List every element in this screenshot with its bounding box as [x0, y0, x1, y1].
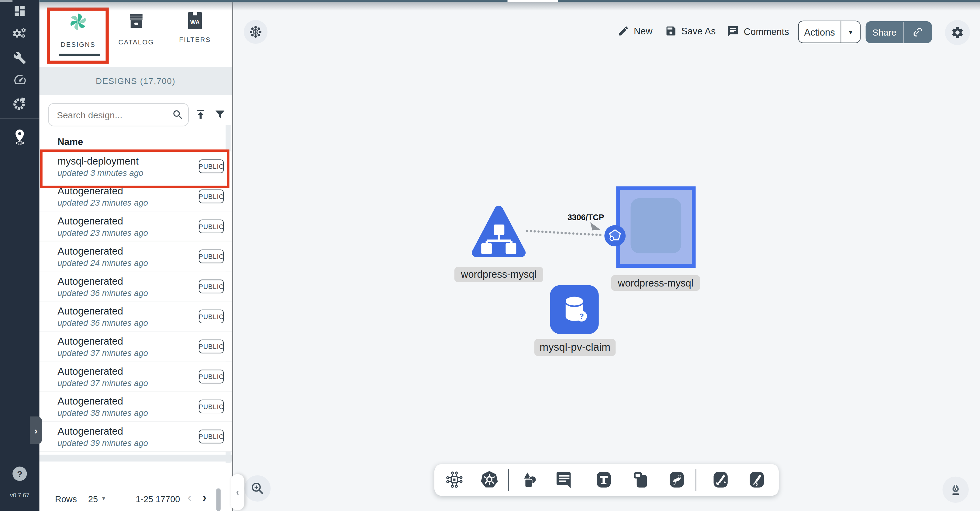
toolbar-divider: [695, 469, 697, 491]
design-updated: updated 37 minutes ago: [57, 348, 148, 358]
design-list-item[interactable]: Autogenerated updated 23 minutes ago PUB…: [40, 211, 232, 241]
design-list-item[interactable]: Autogenerated updated 37 minutes ago PUB…: [40, 361, 232, 391]
save-as-label: Save As: [681, 26, 716, 36]
wasm-filter-icon: WA: [187, 11, 203, 30]
designs-list: mysql-deployment updated 3 minutes ago P…: [40, 152, 232, 452]
design-updated: updated 23 minutes ago: [57, 228, 148, 238]
edge-arrowhead-icon: [588, 222, 602, 233]
draw-arrow-tool[interactable]: [711, 469, 731, 490]
visibility-badge: PUBLIC: [199, 339, 224, 353]
relationship-tool[interactable]: [667, 469, 687, 490]
settings-button[interactable]: [945, 20, 970, 45]
visibility-badge: PUBLIC: [199, 220, 224, 233]
actions-label: Actions: [799, 26, 840, 37]
kanvas-pin-icon[interactable]: [12, 129, 27, 144]
tab-filters-label: FILTERS: [179, 35, 211, 43]
previous-page-button[interactable]: ‹: [188, 491, 191, 505]
chevron-right-icon: ›: [34, 425, 37, 436]
design-name: Autogenerated: [57, 306, 123, 317]
node-label-deployment: wordpress-mysql: [611, 275, 700, 291]
sidebar-expand-tab[interactable]: ›: [30, 417, 42, 444]
caret-down-icon[interactable]: ▾: [102, 494, 105, 502]
actions-split-button[interactable]: Actions ▼: [798, 21, 861, 43]
text-tool[interactable]: [593, 469, 614, 490]
design-list-item[interactable]: Autogenerated updated 37 minutes ago PUB…: [40, 332, 232, 362]
components-dock-toggle-button[interactable]: [244, 20, 267, 44]
zoom-in-icon: [250, 481, 265, 496]
sidebar-divider: [0, 118, 40, 119]
meshery-logo-icon: [67, 11, 89, 35]
pencil-icon: [617, 25, 629, 37]
tab-filters[interactable]: WA FILTERS: [168, 11, 222, 43]
zoom-in-button[interactable]: [244, 476, 270, 501]
pen-nib-icon: [948, 482, 963, 497]
search-design-input[interactable]: [48, 103, 189, 126]
new-button[interactable]: New: [617, 25, 652, 37]
design-name: mysql-deployment: [57, 156, 138, 167]
database-icon: ?: [557, 292, 591, 326]
list-footer-gap: [40, 455, 232, 462]
design-canvas[interactable]: [233, 0, 980, 511]
import-design-icon[interactable]: [194, 108, 207, 123]
column-header-name: Name: [57, 136, 83, 147]
performance-speedometer-icon[interactable]: [12, 71, 27, 87]
design-updated: updated 3 minutes ago: [57, 168, 143, 178]
lifecycle-gears-icon[interactable]: [12, 26, 27, 42]
design-list-item[interactable]: Autogenerated updated 24 minutes ago PUB…: [40, 241, 232, 271]
visibility-badge: PUBLIC: [199, 400, 224, 414]
filter-funnel-icon[interactable]: [214, 108, 226, 123]
design-list-item[interactable]: Autogenerated updated 36 minutes ago PUB…: [40, 271, 232, 302]
search-row: [40, 95, 232, 134]
configuration-tools-icon[interactable]: [12, 50, 27, 65]
design-list-item[interactable]: Autogenerated updated 38 minutes ago PUB…: [40, 391, 232, 422]
comments-button[interactable]: Comments: [727, 25, 789, 37]
tab-catalog[interactable]: CATALOG: [110, 11, 163, 46]
rows-per-page-select[interactable]: 25: [88, 494, 98, 504]
share-split-button[interactable]: Share: [866, 21, 932, 43]
tab-designs[interactable]: DESIGNS: [51, 11, 105, 48]
design-list-item[interactable]: Autogenerated updated 39 minutes ago PUB…: [40, 422, 232, 452]
share-label: Share: [866, 27, 903, 37]
design-name: Autogenerated: [57, 276, 123, 287]
visibility-badge: PUBLIC: [199, 160, 224, 173]
comment-tool[interactable]: [554, 469, 574, 490]
freehand-draw-tool[interactable]: [747, 469, 767, 490]
design-list-item[interactable]: Autogenerated updated 36 minutes ago PUB…: [40, 302, 232, 332]
visibility-badge: PUBLIC: [199, 430, 224, 444]
canvas-bottom-toolbar: [434, 464, 779, 496]
save-as-button[interactable]: Save As: [665, 25, 716, 37]
notes-tool[interactable]: [631, 469, 651, 490]
design-name: Autogenerated: [57, 396, 123, 407]
copy-link-icon[interactable]: [904, 26, 932, 38]
help-button[interactable]: ?: [13, 466, 27, 481]
kubernetes-tool[interactable]: [479, 469, 500, 490]
top-scrollbar-thumb[interactable]: [508, 0, 558, 2]
chevron-left-icon: ‹: [236, 487, 239, 497]
node-service-wordpress-mysql[interactable]: [470, 204, 527, 261]
extensions-icon[interactable]: [12, 96, 27, 111]
pagination-range: 1-25 17700: [121, 494, 180, 504]
design-name: Autogenerated: [57, 246, 123, 257]
shapes-tool[interactable]: [520, 469, 539, 490]
design-list-item[interactable]: mysql-deployment updated 3 minutes ago P…: [40, 152, 232, 182]
design-name: Autogenerated: [57, 186, 123, 197]
tab-designs-label: DESIGNS: [61, 41, 95, 48]
design-updated: updated 36 minutes ago: [57, 318, 148, 328]
next-page-button[interactable]: ›: [202, 491, 207, 505]
dashboard-icon[interactable]: [12, 3, 27, 19]
gear-icon: [950, 26, 964, 39]
deployment-port-icon[interactable]: [604, 225, 625, 246]
design-name: Autogenerated: [57, 336, 123, 347]
panel-collapse-tab[interactable]: ‹: [231, 474, 244, 510]
panel-scrollbar-thumb[interactable]: [216, 489, 220, 511]
top-scrollbar-left-segment: [0, 0, 13, 2]
help-glyph: ?: [17, 469, 22, 479]
annotation-pen-button[interactable]: [943, 477, 969, 503]
component-shapes-tool[interactable]: [444, 469, 465, 490]
visibility-badge: PUBLIC: [199, 190, 224, 203]
actions-caret-icon[interactable]: ▼: [842, 29, 860, 35]
node-pvc-mysql-pv-claim[interactable]: ?: [550, 285, 598, 334]
node-deployment-wordpress-mysql[interactable]: [616, 187, 695, 268]
design-list-item[interactable]: Autogenerated updated 23 minutes ago PUB…: [40, 181, 232, 211]
svg-text:WA: WA: [190, 19, 200, 26]
